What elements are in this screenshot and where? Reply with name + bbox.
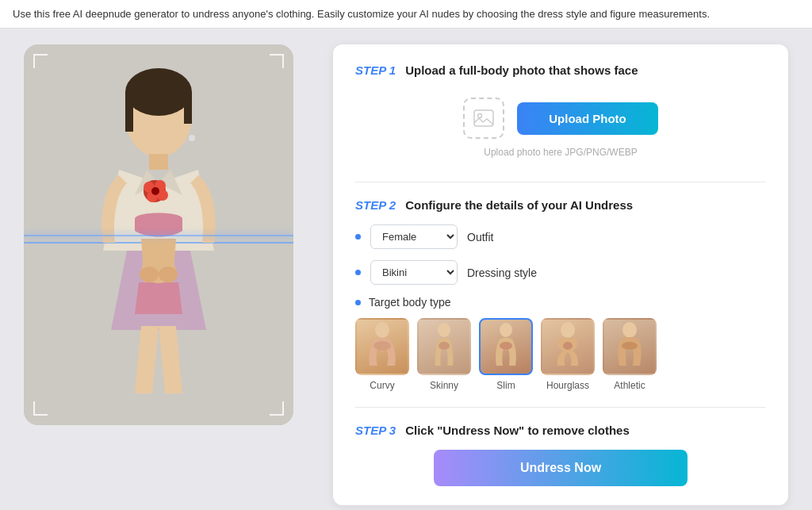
step2-header: STEP 2 Configure the details of your AI … — [355, 198, 766, 212]
svg-point-27 — [622, 322, 637, 338]
outfit-label: Outfit — [467, 231, 493, 243]
body-type-hourglass-img — [541, 318, 595, 375]
dressing-bullet — [355, 270, 361, 275]
step2-label: STEP 2 — [355, 198, 396, 212]
corner-tr — [270, 54, 284, 68]
body-type-skinny-img — [417, 318, 471, 375]
divider-1 — [355, 182, 766, 182]
image-placeholder-icon — [473, 107, 495, 129]
svg-rect-3 — [125, 92, 133, 132]
hourglass-figure-icon — [547, 322, 588, 371]
step3-label: STEP 3 — [355, 424, 396, 437]
top-banner: Use this free AI deepnude generator to u… — [0, 0, 812, 29]
dressing-label: Dressing style — [467, 267, 537, 279]
svg-point-11 — [151, 187, 159, 195]
step1-label: STEP 1 — [355, 63, 396, 77]
svg-point-25 — [561, 322, 575, 338]
svg-point-21 — [438, 323, 450, 337]
svg-point-18 — [478, 114, 482, 118]
body-type-curvy-img — [355, 318, 409, 375]
svg-point-2 — [125, 68, 192, 116]
dressing-row: Bikini Nude Lingerie Dressing style — [355, 260, 766, 285]
svg-rect-4 — [184, 92, 192, 124]
svg-point-14 — [140, 267, 159, 282]
body-type-section: Target body type Curvy — [355, 296, 766, 391]
step3-header: STEP 3 Click "Undress Now" to remove clo… — [355, 424, 766, 437]
skinny-label: Skinny — [430, 380, 458, 391]
svg-rect-5 — [149, 154, 168, 170]
upload-icon-box — [463, 98, 504, 139]
body-type-slim[interactable]: Slim — [479, 318, 533, 391]
body-type-slim-img — [479, 318, 533, 375]
svg-point-15 — [159, 267, 178, 282]
upload-row: Upload Photo — [463, 98, 658, 139]
slim-label: Slim — [496, 380, 515, 391]
image-preview — [24, 44, 293, 425]
divider-2 — [355, 407, 766, 408]
curvy-figure-icon — [362, 322, 403, 371]
right-panel: STEP 1 Upload a full-body photo that sho… — [333, 44, 788, 505]
svg-point-22 — [439, 342, 450, 350]
upload-hint: Upload photo here JPG/PNG/WEBP — [484, 147, 637, 158]
scan-line — [24, 235, 293, 236]
outfit-row: Female Male Outfit — [355, 224, 766, 249]
body-type-header: Target body type — [355, 296, 766, 309]
step1-header: STEP 1 Upload a full-body photo that sho… — [355, 63, 766, 77]
svg-rect-17 — [474, 110, 493, 126]
body-type-label: Target body type — [369, 296, 451, 309]
svg-point-26 — [563, 342, 573, 350]
step1-title: Upload a full-body photo that shows face — [405, 63, 638, 77]
svg-point-20 — [373, 341, 391, 351]
upload-area: Upload Photo Upload photo here JPG/PNG/W… — [355, 90, 766, 166]
gender-select[interactable]: Female Male — [370, 224, 458, 249]
body-type-grid: Curvy Skinny — [355, 318, 766, 391]
athletic-label: Athletic — [614, 380, 645, 391]
left-panel — [24, 44, 309, 425]
svg-point-19 — [375, 322, 389, 338]
hourglass-label: Hourglass — [546, 380, 589, 391]
athletic-figure-icon — [609, 322, 650, 371]
corner-bl — [33, 401, 48, 416]
body-type-hourglass[interactable]: Hourglass — [541, 318, 595, 391]
step2-title: Configure the details of your AI Undress — [405, 198, 633, 212]
body-type-bullet — [355, 300, 361, 305]
dressing-select[interactable]: Bikini Nude Lingerie — [370, 260, 458, 285]
body-type-athletic-img — [603, 318, 657, 375]
svg-point-16 — [189, 135, 195, 141]
main-content: STEP 1 Upload a full-body photo that sho… — [0, 29, 812, 510]
corner-tl — [33, 54, 48, 68]
body-type-skinny[interactable]: Skinny — [417, 318, 471, 391]
corner-br — [270, 401, 284, 416]
banner-text: Use this free AI deepnude generator to u… — [13, 8, 710, 20]
outfit-bullet — [355, 234, 361, 240]
body-type-athletic[interactable]: Athletic — [603, 318, 657, 391]
slim-figure-icon — [485, 322, 527, 371]
body-type-curvy[interactable]: Curvy — [355, 318, 409, 391]
upload-photo-button[interactable]: Upload Photo — [517, 102, 658, 135]
svg-point-23 — [500, 323, 512, 337]
undress-now-button[interactable]: Undress Now — [434, 450, 688, 486]
svg-point-28 — [622, 342, 638, 350]
curvy-label: Curvy — [370, 380, 394, 391]
skinny-figure-icon — [423, 322, 465, 371]
step3-title: Click "Undress Now" to remove clothes — [405, 424, 630, 437]
svg-point-24 — [500, 342, 512, 350]
